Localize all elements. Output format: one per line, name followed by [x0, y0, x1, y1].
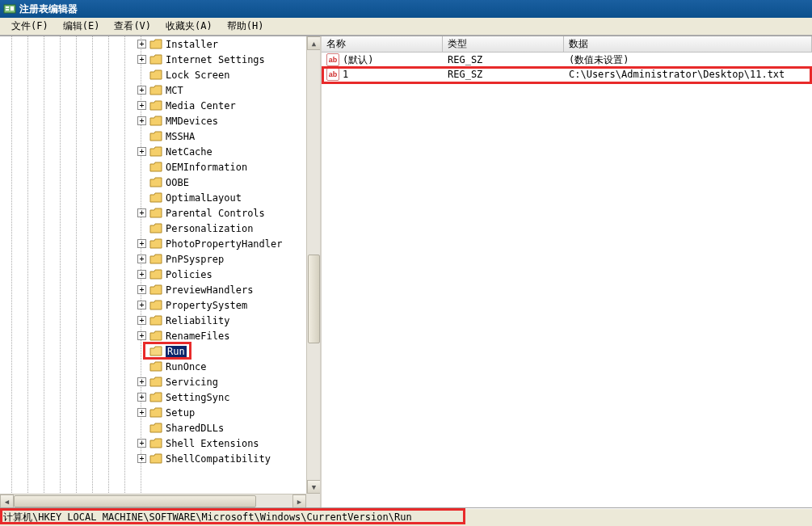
tree-node-label: PreviewHandlers [166, 284, 253, 296]
tree-node-label: Parental Controls [166, 208, 265, 219]
registry-tree[interactable]: +Installer+Internet SettingsLock Screen+… [0, 36, 307, 466]
tree-node[interactable]: MSSHA [0, 128, 307, 144]
folder-icon [149, 208, 162, 219]
svg-rect-3 [11, 6, 14, 11]
menu-edit[interactable]: 编辑(E) [57, 18, 107, 35]
expand-icon[interactable]: + [137, 101, 146, 110]
tree-node[interactable]: SharedDLLs [0, 420, 307, 436]
tree-node[interactable]: Lock Screen [0, 67, 307, 82]
status-path: 计算机\HKEY_LOCAL_MACHINE\SOFTWARE\Microsof… [3, 511, 412, 524]
tree-node-label: Media Center [166, 100, 236, 112]
tree-node[interactable]: +Reliability [0, 313, 307, 328]
tree-scrollbar-vertical[interactable]: ▲ ▼ [306, 36, 320, 494]
col-header-type[interactable]: 类型 [443, 36, 564, 52]
tree-node[interactable]: +MCT [0, 82, 307, 98]
tree-node-label: MCT [166, 85, 183, 96]
tree-node[interactable]: +Media Center [0, 98, 307, 113]
expand-icon[interactable]: + [137, 408, 146, 417]
tree-node[interactable]: +Internet Settings [0, 52, 307, 67]
tree-node[interactable]: +PreviewHandlers [0, 282, 307, 297]
tree-node-label: Policies [166, 269, 212, 280]
list-row[interactable]: ab1REG_SZC:\Users\Administrator\Desktop\… [322, 67, 812, 82]
expand-icon[interactable]: + [137, 439, 146, 448]
tree-node[interactable]: +PhotoPropertyHandler [0, 236, 307, 251]
tree-node[interactable]: +RenameFiles [0, 328, 307, 343]
expand-icon[interactable]: + [137, 208, 146, 217]
expand-icon[interactable]: + [137, 454, 146, 463]
col-header-name[interactable]: 名称 [322, 36, 443, 52]
tree-node[interactable]: RunOnce [0, 359, 307, 374]
tree-node-label: Internet Settings [166, 54, 265, 65]
tree-node[interactable]: +ShellCompatibility [0, 451, 307, 466]
tree-node[interactable]: +PnPSysprep [0, 251, 307, 267]
regedit-icon [3, 2, 16, 15]
tree-node[interactable]: +Policies [0, 267, 307, 282]
value-type: REG_SZ [448, 69, 482, 80]
tree-panel: +Installer+Internet SettingsLock Screen+… [0, 36, 322, 507]
folder-icon [149, 284, 162, 296]
menu-favorites[interactable]: 收藏夹(A) [159, 18, 219, 35]
folder-icon [149, 116, 162, 127]
tree-node-label: Shell Extensions [166, 438, 259, 449]
tree-node[interactable]: +MMDevices [0, 113, 307, 128]
tree-node-label: Personalization [166, 223, 253, 234]
scroll-corner [306, 494, 320, 507]
list-body: ab(默认)REG_SZ(数值未设置)ab1REG_SZC:\Users\Adm… [322, 53, 812, 507]
value-data: C:\Users\Administrator\Desktop\11.txt [569, 69, 785, 80]
menu-file[interactable]: 文件(F) [5, 18, 55, 35]
tree-node[interactable]: OEMInformation [0, 159, 307, 175]
values-panel: 名称 类型 数据 ab(默认)REG_SZ(数值未设置)ab1REG_SZC:\… [322, 36, 812, 507]
scroll-down-icon[interactable]: ▼ [307, 480, 321, 494]
folder-icon [149, 423, 162, 434]
list-row[interactable]: ab(默认)REG_SZ(数值未设置) [322, 53, 812, 67]
tree-scrollbar-horizontal[interactable]: ◀ ▶ [0, 494, 306, 507]
menu-help[interactable]: 帮助(H) [221, 18, 271, 35]
tree-node[interactable]: +Parental Controls [0, 205, 307, 221]
tree-node[interactable]: +Setup [0, 405, 307, 420]
tree-node[interactable]: Run [0, 343, 307, 359]
expand-icon[interactable]: + [137, 316, 146, 325]
folder-icon [149, 146, 162, 158]
expand-icon[interactable]: + [137, 116, 146, 125]
expand-icon[interactable]: + [137, 377, 146, 386]
tree-node-label: OOBE [166, 177, 189, 188]
tree-node[interactable]: +Servicing [0, 374, 307, 389]
folder-icon [149, 315, 162, 326]
expand-icon[interactable]: + [137, 239, 146, 248]
scroll-left-icon[interactable]: ◀ [0, 494, 14, 507]
col-header-data[interactable]: 数据 [564, 36, 812, 52]
scroll-up-icon[interactable]: ▲ [307, 36, 321, 50]
tree-node[interactable]: +Installer [0, 36, 307, 52]
svg-rect-2 [6, 9, 9, 11]
expand-icon[interactable]: + [137, 301, 146, 309]
expand-icon[interactable]: + [137, 270, 146, 279]
tree-node-label: SharedDLLs [166, 423, 224, 434]
folder-icon [149, 39, 162, 50]
expand-icon[interactable]: + [137, 86, 146, 95]
expand-icon[interactable]: + [137, 285, 146, 294]
folder-icon [149, 377, 162, 388]
tree-node[interactable]: +PropertySystem [0, 297, 307, 313]
tree-node[interactable]: OptimalLayout [0, 190, 307, 205]
tree-node[interactable]: OOBE [0, 175, 307, 190]
tree-node[interactable]: Personalization [0, 221, 307, 236]
folder-icon [149, 330, 162, 342]
tree-scroll-thumb-v[interactable] [308, 255, 320, 343]
tree-node[interactable]: +SettingSync [0, 389, 307, 405]
folder-icon [149, 223, 162, 234]
folder-icon [149, 300, 162, 311]
expand-icon[interactable]: + [137, 40, 146, 48]
tree-node[interactable]: +NetCache [0, 144, 307, 159]
tree-node[interactable]: +Shell Extensions [0, 436, 307, 451]
tree-scroll-thumb-h[interactable] [14, 495, 256, 507]
menu-view[interactable]: 查看(V) [107, 18, 158, 35]
expand-icon[interactable]: + [137, 147, 146, 156]
tree-node-label: SettingSync [166, 392, 229, 403]
expand-icon[interactable]: + [137, 393, 146, 402]
expand-icon[interactable]: + [137, 331, 146, 340]
folder-icon [149, 254, 162, 265]
expand-icon[interactable]: + [137, 255, 146, 263]
scroll-right-icon[interactable]: ▶ [292, 494, 306, 507]
titlebar: 注册表编辑器 [0, 0, 812, 18]
expand-icon[interactable]: + [137, 55, 146, 64]
